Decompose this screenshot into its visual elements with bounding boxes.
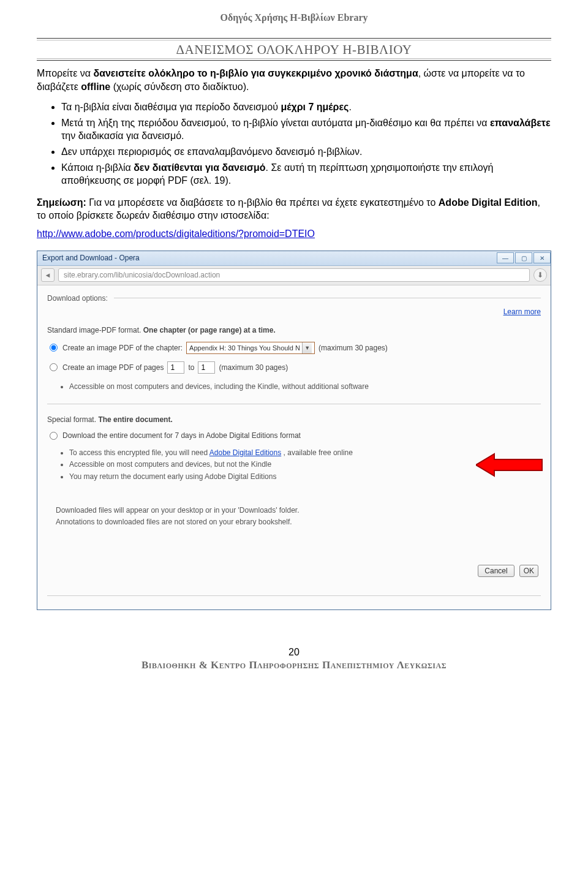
list-item: Τα η-βιβλία είναι διαθέσιμα για περίοδο … xyxy=(61,100,551,114)
legend-row: Download options: xyxy=(47,294,541,303)
cancel-button[interactable]: Cancel xyxy=(478,565,514,577)
text-bold: επαναλάβετε xyxy=(490,118,551,128)
text: Τα η-βιβλία είναι διαθέσιμα για περίοδο … xyxy=(61,102,281,112)
text: , available free online xyxy=(281,448,353,457)
intro-paragraph: Μπορείτε να δανειστείτε ολόκληρο το η-βι… xyxy=(37,67,551,93)
list-item: Κάποια η-βιβλία δεν διατίθενται για δανε… xyxy=(61,161,551,187)
maximize-button[interactable]: ▢ xyxy=(515,252,532,263)
learn-more-row: Learn more xyxy=(47,307,541,316)
text: την διαδικασία για δανεισμό. xyxy=(61,130,184,141)
screenshot-window: Export and Download - Opera — ▢ ✕ ◄ site… xyxy=(37,251,551,610)
adobe-digital-editions-link[interactable]: Adobe Digital Editions xyxy=(209,448,281,457)
ok-button[interactable]: OK xyxy=(519,565,538,577)
note-paragraph: Σημείωση: Για να μπορέσετε να διαβάσετε … xyxy=(37,196,551,222)
divider-bottom xyxy=(47,595,541,596)
radio-entire-document[interactable] xyxy=(50,432,58,440)
text-bold: μέχρι 7 ημέρες xyxy=(281,102,349,112)
adobe-url-link[interactable]: http://www.adobe.com/products/digitaledi… xyxy=(37,228,551,240)
special-format-block: Special format. The entire document. Dow… xyxy=(47,415,541,483)
chapter-select-value: Appendix H: 30 Things You Should N xyxy=(189,344,300,352)
page-from-input[interactable] xyxy=(167,361,184,374)
text: Special format. xyxy=(47,415,98,424)
page-header: Οδηγός Χρήσης Η-Βιβλίων Ebrary xyxy=(37,12,551,27)
section-title-wrap: ΔΑΝΕΙΣΜΟΣ ΟΛΟΚΛΗΡΟΥ Η-ΒΙΒΛΙΟΥ xyxy=(37,38,551,61)
window-buttons: — ▢ ✕ xyxy=(496,252,551,263)
option-pages-max: (maximum 30 pages) xyxy=(219,363,288,372)
text: . xyxy=(349,102,351,112)
dialog-body: Download options: Learn more Standard im… xyxy=(37,285,551,609)
option-entire-row: Download the entire document for 7 days … xyxy=(50,431,541,440)
option-entire-label: Download the entire document for 7 days … xyxy=(62,431,301,440)
text: Κάποια η-βιβλία xyxy=(61,162,134,173)
page-number: 20 xyxy=(37,647,551,658)
option-chapter-max: (maximum 30 pages) xyxy=(318,344,388,352)
list-item: Μετά τη λήξη της περιόδου δανεισμού, το … xyxy=(61,116,551,143)
legend-line xyxy=(114,298,541,298)
learn-more-link[interactable]: Learn more xyxy=(503,307,541,316)
chevron-down-icon[interactable]: ▼ xyxy=(302,342,312,353)
list-item: Δεν υπάρχει περιορισμός σε επαναλαμβανόμ… xyxy=(61,145,551,159)
list-item: Accessible on most computers and devices… xyxy=(69,381,541,393)
window-title: Export and Download - Opera xyxy=(42,254,140,262)
section-title: ΔΑΝΕΙΣΜΟΣ ΟΛΟΚΛΗΡΟΥ Η-ΒΙΒΛΙΟΥ xyxy=(37,42,551,58)
page-footer: Βιβλιοθηκη & Κεντρο Πληροφορησης Πανεπισ… xyxy=(37,659,551,671)
radio-chapter-pdf[interactable] xyxy=(50,344,58,352)
text: (χωρίς σύνδεση στο διαδίκτυο). xyxy=(110,81,249,92)
list-item: To access this encrypted file, you will … xyxy=(69,447,541,459)
text-bold: Adobe Digital Edition xyxy=(439,197,538,208)
download-note-block: Downloaded files will appear on your des… xyxy=(56,505,541,528)
text: Για να μπορέσετε να διαβάσετε το η-βιβλί… xyxy=(86,197,439,208)
option-pages-row: Create an image PDF of pages to (maximum… xyxy=(50,361,541,374)
radio-pages-pdf[interactable] xyxy=(50,363,58,371)
minimize-button[interactable]: — xyxy=(497,252,514,263)
download-note-line2: Annotations to downloaded files are not … xyxy=(56,516,541,528)
option-chapter-row: Create an image PDF of the chapter: Appe… xyxy=(50,342,541,354)
divider xyxy=(47,404,541,404)
standard-format-heading: Standard image-PDF format. One chapter (… xyxy=(47,326,541,334)
page-to-input[interactable] xyxy=(198,361,215,374)
download-note-line1: Downloaded files will appear on your des… xyxy=(56,505,541,516)
back-button[interactable]: ◄ xyxy=(41,268,55,282)
text-bold: offline xyxy=(81,81,110,92)
window-titlebar: Export and Download - Opera — ▢ ✕ xyxy=(37,251,551,266)
text-bold: δεν διατίθενται για δανεισμό xyxy=(134,162,265,173)
list-item: You may return the document early using … xyxy=(69,471,541,483)
text-bold: One chapter (or page range) at a time. xyxy=(143,326,276,334)
chapter-select[interactable]: Appendix H: 30 Things You Should N ▼ xyxy=(186,342,315,354)
list-item: Accessible on most computers and devices… xyxy=(69,459,541,470)
text: Μπορείτε να xyxy=(37,68,93,78)
download-icon[interactable]: ⬇ xyxy=(533,268,547,282)
text: Standard image-PDF format. xyxy=(47,326,143,334)
special-sub-bullets: To access this encrypted file, you will … xyxy=(69,447,541,483)
text-bold: δανειστείτε ολόκληρο το η-βιβλίο για συγ… xyxy=(93,68,418,78)
to-label: to xyxy=(188,363,194,372)
address-bar: ◄ site.ebrary.com/lib/unicosia/docDownlo… xyxy=(37,266,551,285)
note-label: Σημείωση: xyxy=(37,197,86,208)
text: To access this encrypted file, you will … xyxy=(69,448,209,457)
text: Μετά τη λήξη της περιόδου δανεισμού, το … xyxy=(61,118,490,128)
text-bold: The entire document. xyxy=(98,415,172,424)
url-field[interactable]: site.ebrary.com/lib/unicosia/docDownload… xyxy=(58,268,530,282)
option-chapter-label: Create an image PDF of the chapter: xyxy=(62,344,183,352)
bullet-list: Τα η-βιβλία είναι διαθέσιμα για περίοδο … xyxy=(61,100,551,187)
legend-label: Download options: xyxy=(47,294,108,303)
special-format-heading: Special format. The entire document. xyxy=(47,415,541,424)
standard-sub-bullets: Accessible on most computers and devices… xyxy=(69,381,541,393)
dialog-button-row: Cancel OK xyxy=(47,565,541,577)
close-button[interactable]: ✕ xyxy=(533,252,551,263)
option-pages-label: Create an image PDF of pages xyxy=(62,363,164,372)
